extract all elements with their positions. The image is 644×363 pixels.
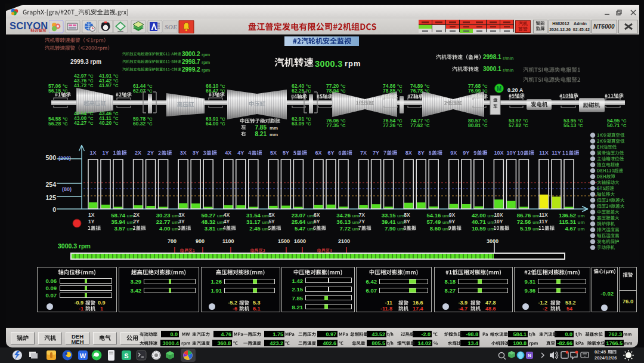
svg-text:W: W <box>80 352 86 359</box>
svg-text:N: N <box>528 353 531 358</box>
svg-text:S: S <box>124 352 128 359</box>
